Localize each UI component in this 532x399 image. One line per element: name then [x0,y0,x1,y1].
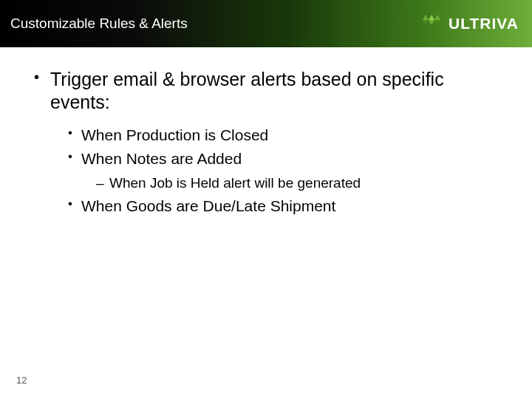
brand-logo: ULTRIVA [419,13,519,34]
slide-header: Customizable Rules & Alerts ULTRIVA [0,0,532,47]
bullet-level2: When Notes are Added When Job is Held al… [66,149,502,193]
slide-title: Customizable Rules & Alerts [10,16,188,32]
bullet-level3: When Job is Held alert will be generated [96,174,502,193]
slide-body: Trigger email & browser alerts based on … [0,47,532,216]
svg-marker-1 [429,15,434,20]
svg-marker-5 [434,20,440,25]
page-number: 12 [16,375,27,386]
svg-marker-4 [429,20,434,25]
svg-marker-0 [423,15,429,20]
bullet-text: When Notes are Added [81,150,242,167]
bullet-level2: When Production is Closed [66,125,502,146]
ultriva-mark-icon [419,13,444,34]
bullet-text: When Production is Closed [81,126,268,143]
svg-marker-2 [434,15,440,20]
brand-name: ULTRIVA [449,15,519,33]
bullet-level2: When Goods are Due/Late Shipment [66,196,502,216]
bullet-level1: Trigger email & browser alerts based on … [30,68,502,216]
bullet-text: Trigger email & browser alerts based on … [50,69,444,112]
bullet-text: When Goods are Due/Late Shipment [81,197,335,214]
svg-marker-3 [423,20,429,25]
bullet-text: When Job is Held alert will be generated [109,175,361,191]
